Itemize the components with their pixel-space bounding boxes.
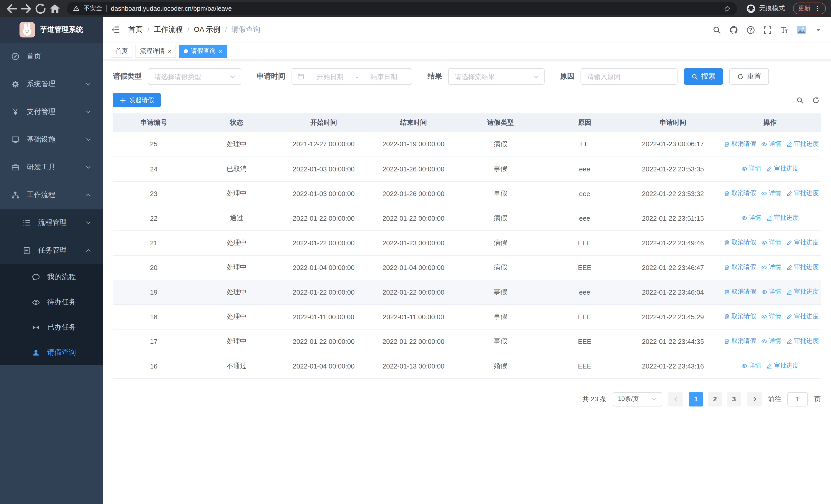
column-header: 操作 (719, 113, 821, 132)
app-logo[interactable]: 芋道管理系统 (0, 17, 103, 42)
tab-process-detail[interactable]: 流程详情× (136, 45, 176, 58)
bookmark-star-icon[interactable] (724, 5, 731, 12)
detail-link[interactable]: 详情 (741, 165, 761, 173)
help-icon[interactable] (746, 25, 755, 34)
detail-link[interactable]: 详情 (761, 288, 781, 296)
update-button[interactable]: 更新 (793, 3, 826, 14)
chevron-up-icon (85, 247, 91, 254)
tab-close-icon[interactable]: × (168, 48, 171, 54)
sidebar-item-workflow[interactable]: 工作流程 (0, 181, 103, 209)
cell-end: 2022-01-26 00:00:00 (369, 181, 458, 206)
detail-link[interactable]: 详情 (761, 238, 781, 247)
table-refresh-icon[interactable] (812, 96, 820, 104)
page-size-select[interactable]: 10条/页 (613, 392, 662, 406)
sidebar-item-home[interactable]: 首页 (0, 42, 103, 70)
cell-start: 2022-01-04 00:00:00 (279, 354, 369, 378)
page-button-2[interactable]: 2 (708, 392, 722, 406)
start-date-input[interactable] (308, 72, 353, 80)
apply-time-range[interactable]: - (291, 68, 412, 85)
approval-progress-link[interactable]: 审批进度 (786, 140, 819, 148)
detail-link[interactable]: 详情 (741, 214, 761, 223)
breadcrumb-item[interactable]: 首页 (128, 25, 143, 34)
tab-leave-query[interactable]: 请假查询× (179, 45, 227, 58)
end-date-input[interactable] (361, 72, 406, 80)
sidebar-item-leave-query[interactable]: 请假查询 (0, 340, 103, 365)
sidebar-item-dev-tools[interactable]: 研发工具 (0, 153, 103, 181)
sidebar-item-process-management[interactable]: 流程管理 (0, 209, 103, 237)
eye-icon (761, 190, 767, 197)
detail-link[interactable]: 详情 (761, 263, 781, 272)
tab-home[interactable]: 首页 (111, 45, 133, 58)
detail-link[interactable]: 详情 (761, 337, 781, 346)
leave-type-select[interactable] (148, 68, 241, 85)
sidebar-item-todo-tasks[interactable]: 待办任务 (0, 290, 103, 315)
avatar-caret-down-icon[interactable] (814, 25, 823, 34)
page-button-1[interactable]: 1 (689, 392, 703, 406)
table-row: 20处理中2022-01-04 00:00:002022-01-04 00:00… (113, 255, 821, 280)
reset-button[interactable]: 重置 (729, 68, 769, 85)
approval-progress-link[interactable]: 审批进度 (786, 238, 819, 247)
page-button-3[interactable]: 3 (727, 392, 741, 406)
avatar[interactable] (797, 25, 806, 34)
cancel-leave-link[interactable]: 取消请假 (724, 238, 756, 247)
home-button[interactable] (48, 2, 62, 15)
collapse-sidebar-icon[interactable] (111, 25, 120, 34)
create-leave-button[interactable]: 发起请假 (113, 93, 161, 107)
sidebar-item-payment-management[interactable]: 支付管理 (0, 98, 103, 126)
approval-progress-link[interactable]: 审批进度 (766, 165, 799, 173)
result-input[interactable] (449, 69, 544, 84)
toggle-search-icon[interactable] (796, 96, 804, 104)
detail-link[interactable]: 详情 (741, 362, 761, 370)
back-button[interactable] (5, 2, 19, 15)
cell-reason: EEE (543, 255, 627, 280)
next-page-button[interactable] (747, 392, 762, 406)
table-row: 25处理中2021-12-27 00:00:002022-01-19 00:00… (113, 132, 821, 156)
fullscreen-icon[interactable] (763, 25, 772, 34)
font-size-icon[interactable] (780, 25, 789, 34)
approval-progress-link[interactable]: 审批进度 (766, 362, 799, 370)
tab-close-icon[interactable]: × (219, 48, 222, 54)
approval-progress-link[interactable]: 审批进度 (786, 189, 819, 198)
address-bar[interactable]: 不安全 dashboard.yudao.iocoder.cn/bpm/oa/le… (67, 2, 737, 15)
cancel-leave-link[interactable]: 取消请假 (724, 189, 756, 198)
cancel-leave-link[interactable]: 取消请假 (724, 288, 756, 296)
breadcrumb-item[interactable]: OA 示例 (194, 25, 221, 34)
cell-start: 2022-01-22 00:00:00 (279, 329, 369, 354)
prev-page-button[interactable] (668, 392, 683, 406)
approval-progress-link[interactable]: 审批进度 (786, 288, 819, 296)
sidebar-item-system-management[interactable]: 系统管理 (0, 70, 103, 98)
cancel-leave-link[interactable]: 取消请假 (724, 140, 756, 148)
cell-status: 处理中 (195, 304, 279, 329)
approval-progress-link[interactable]: 审批进度 (786, 337, 819, 346)
reason-input[interactable] (581, 69, 677, 84)
cell-id: 17 (113, 329, 195, 354)
reload-button[interactable] (34, 2, 47, 15)
cancel-leave-link[interactable]: 取消请假 (724, 263, 756, 272)
detail-link[interactable]: 详情 (761, 189, 781, 198)
search-button[interactable]: 搜索 (684, 68, 723, 85)
result-select[interactable] (448, 68, 545, 85)
incognito-badge: 无痕模式 (742, 4, 789, 13)
detail-link[interactable]: 详情 (761, 140, 781, 148)
leave-type-input[interactable] (148, 69, 241, 84)
reason-inputbox (580, 68, 678, 85)
forward-button[interactable] (20, 2, 33, 15)
cell-id: 19 (113, 280, 195, 304)
browser-menu-kebab-icon[interactable] (814, 5, 821, 12)
detail-link[interactable]: 详情 (761, 312, 781, 321)
cell-actions: 取消请假详情审批进度 (719, 132, 821, 156)
approval-progress-link[interactable]: 审批进度 (766, 214, 799, 223)
cancel-leave-link[interactable]: 取消请假 (724, 337, 756, 346)
github-icon[interactable] (729, 25, 738, 34)
sidebar-item-my-process[interactable]: 我的流程 (0, 264, 103, 290)
breadcrumb-item[interactable]: 工作流程 (154, 25, 183, 34)
sidebar-item-task-management[interactable]: 任务管理 (0, 237, 103, 264)
goto-page-input[interactable] (787, 392, 808, 406)
chevron-up-icon (85, 192, 91, 198)
sidebar-item-infrastructure[interactable]: 基础设施 (0, 126, 103, 153)
approval-progress-link[interactable]: 审批进度 (786, 263, 819, 272)
cancel-leave-link[interactable]: 取消请假 (724, 312, 756, 321)
approval-progress-link[interactable]: 审批进度 (786, 312, 819, 321)
sidebar-item-done-tasks[interactable]: 已办任务 (0, 315, 103, 340)
search-icon[interactable] (712, 25, 721, 34)
